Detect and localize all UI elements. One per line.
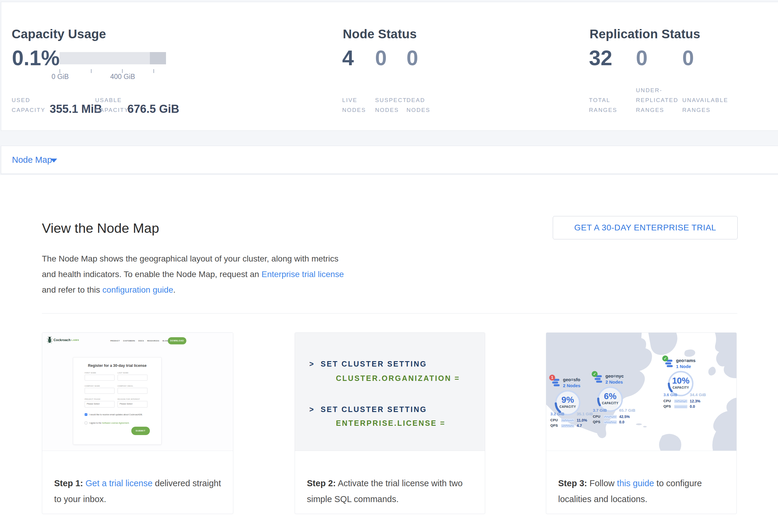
first-name-field bbox=[85, 375, 114, 381]
locality-node-count: 1 Node bbox=[676, 364, 691, 369]
license-agreement-checkbox-row: I agree to the Software License Agreemen… bbox=[85, 422, 150, 424]
email-updates-checkbox-row: ✓ I would like to receive email updates … bbox=[85, 413, 150, 416]
submit-pill-button: SUBMIT bbox=[131, 427, 150, 435]
last-name-field bbox=[118, 375, 147, 381]
capacity-axis-label-zero: 0 GiB bbox=[52, 73, 69, 81]
locality-node-count: 2 Nodes bbox=[605, 379, 623, 384]
node-map-dropdown-label[interactable]: Node Map bbox=[12, 146, 52, 173]
live-nodes-label: LIVE NODES bbox=[342, 95, 374, 115]
trial-license-form: Register for a 30-day trial license FIRS… bbox=[73, 357, 161, 445]
unavailable-ranges-label: UNAVAILABLE RANGES bbox=[682, 95, 727, 115]
cockroach-bug-icon bbox=[47, 336, 52, 344]
qps-value: 4.7 bbox=[577, 424, 582, 428]
capacity-axis-tick bbox=[153, 69, 154, 73]
get-enterprise-trial-button[interactable]: GET A 30-DAY ENTERPRISE TRIAL bbox=[553, 216, 737, 239]
nav-item: RESOURCES bbox=[147, 340, 159, 342]
capacity-caption: CAPACITY bbox=[553, 405, 582, 408]
download-pill-button: DOWNLOAD bbox=[168, 337, 186, 345]
nav-item: BLOG bbox=[162, 340, 168, 342]
total-ranges-label: TOTAL RANGES bbox=[589, 95, 634, 115]
form-title: Register for a 30-day trial license bbox=[73, 364, 161, 368]
site-nav: PRODUCT CUSTOMERS DOCS RESOURCES BLOG bbox=[110, 340, 168, 342]
sql-line-1: >SET CLUSTER SETTING bbox=[309, 360, 427, 368]
step2-caption: Step 2: Activate the trial license with … bbox=[307, 475, 476, 507]
reason-select: Please Select bbox=[118, 401, 147, 407]
reason-label: REASON FOR INTEREST bbox=[118, 398, 140, 400]
description-text: and refer to this bbox=[42, 285, 102, 294]
node-status-title: Node Status bbox=[343, 27, 417, 41]
nav-item: PRODUCT bbox=[110, 340, 120, 342]
nav-item: DOCS bbox=[139, 340, 144, 342]
step1-card: Cockroach LABS PRODUCT CUSTOMERS DOCS RE… bbox=[42, 332, 233, 514]
suspect-nodes-value: 0 bbox=[375, 48, 387, 69]
cpu-value: 11.0% bbox=[577, 418, 587, 423]
company-name-field bbox=[85, 388, 114, 394]
enterprise-trial-license-link[interactable]: Enterprise trial license bbox=[261, 270, 344, 279]
sql-line-2: >SET CLUSTER SETTING bbox=[309, 405, 427, 414]
node-map-preview: 1 geo=sfo 2 Nodes 9% CAPACITY 3.2 G bbox=[546, 333, 736, 451]
capacity-caption: CAPACITY bbox=[667, 386, 695, 389]
qps-sparkline bbox=[604, 421, 617, 424]
used-capacity-value: 355.1 MiB bbox=[50, 103, 102, 116]
step2-card: >SET CLUSTER SETTING CLUSTER.ORGANIZATIO… bbox=[295, 332, 485, 514]
replication-status-title: Replication Status bbox=[590, 27, 700, 41]
cpu-label: CPU bbox=[664, 399, 671, 403]
prompt-glyph: > bbox=[309, 360, 315, 368]
usable-capacity-value: 676.5 GiB bbox=[128, 103, 179, 116]
description-text: . bbox=[173, 285, 175, 294]
caption-text: Follow bbox=[587, 478, 617, 488]
trial-signup-screenshot: Cockroach LABS PRODUCT CUSTOMERS DOCS RE… bbox=[42, 333, 233, 451]
locality-name: geo=ams bbox=[676, 358, 695, 363]
first-name-label: FIRST NAME bbox=[85, 372, 96, 374]
locality-node-count: 2 Nodes bbox=[563, 383, 580, 388]
node-map-description: The Node Map shows the geographical layo… bbox=[42, 251, 347, 298]
healthy-badge-icon: ✓ bbox=[662, 356, 668, 362]
capacity-caption: CAPACITY bbox=[596, 401, 625, 405]
qps-value: 0.0 bbox=[619, 420, 624, 424]
total-ranges-value: 32 bbox=[589, 48, 612, 69]
agreement-pre-text: I agree to the bbox=[89, 422, 102, 424]
cpu-sparkline bbox=[561, 419, 574, 422]
capacity-percent: 9% bbox=[553, 395, 582, 405]
dead-nodes-value: 0 bbox=[406, 48, 418, 69]
used-gib: 3.7 GiB bbox=[593, 408, 607, 412]
configuration-guide-link[interactable]: configuration guide bbox=[102, 285, 173, 294]
error-badge-icon: 1 bbox=[549, 375, 555, 381]
under-replicated-ranges-label: UNDER-REPLICATED RANGES bbox=[636, 85, 681, 115]
cockroach-labs-logo: Cockroach LABS bbox=[47, 336, 79, 344]
chevron-down-icon bbox=[51, 159, 57, 162]
cpu-sparkline bbox=[604, 415, 617, 419]
this-guide-link[interactable]: this guide bbox=[617, 478, 654, 488]
step3-caption: Step 3: Follow this guide to configure l… bbox=[558, 475, 728, 507]
software-license-link: Software License Agreement. bbox=[102, 422, 129, 424]
locality-ams: ✓ geo=ams 1 Node 10% CAPACITY 3.6 G bbox=[662, 357, 719, 370]
company-email-field bbox=[118, 388, 147, 394]
sql-commands-preview: >SET CLUSTER SETTING CLUSTER.ORGANIZATIO… bbox=[295, 333, 485, 451]
used-capacity-label: USED CAPACITY bbox=[12, 95, 51, 115]
cpu-sparkline bbox=[674, 399, 687, 403]
cluster-summary-panel: Capacity Usage 0.1% 0 GiB 400 GiB USED C… bbox=[1, 2, 778, 131]
qps-sparkline bbox=[674, 405, 687, 408]
total-gib: 65.7 GiB bbox=[619, 408, 635, 412]
capacity-bar-reserved-segment bbox=[150, 52, 166, 64]
get-trial-license-link[interactable]: Get a trial license bbox=[86, 478, 153, 488]
capacity-axis-label-400: 400 GiB bbox=[110, 73, 135, 81]
qps-sparkline bbox=[561, 424, 574, 428]
checkbox-checked-icon: ✓ bbox=[85, 413, 87, 416]
qps-label: QPS bbox=[550, 424, 558, 427]
caption-text bbox=[83, 478, 86, 488]
capacity-usage-title: Capacity Usage bbox=[12, 27, 106, 41]
step1-caption: Step 1: Get a trial license delivered st… bbox=[54, 475, 225, 507]
capacity-percent: 6% bbox=[596, 391, 625, 401]
step1-label: Step 1: bbox=[54, 478, 83, 488]
capacity-usage-bar bbox=[60, 52, 166, 64]
sql-command: SET CLUSTER SETTING bbox=[321, 360, 427, 368]
sql-arg-2: ENTERPRISE.LICENSE = bbox=[336, 419, 446, 428]
step3-card: 1 geo=sfo 2 Nodes 9% CAPACITY 3.2 G bbox=[546, 332, 737, 514]
brand-suffix: LABS bbox=[72, 339, 79, 341]
locality-nyc: ✓ geo=nyc 2 Nodes 6% CAPACITY 3.7 G bbox=[592, 373, 648, 386]
total-gib: 35.1 GiB bbox=[577, 412, 593, 416]
step3-label: Step 3: bbox=[558, 478, 587, 488]
node-map-dropdown[interactable]: Node Map bbox=[1, 146, 778, 174]
brand-name: Cockroach bbox=[54, 338, 71, 342]
